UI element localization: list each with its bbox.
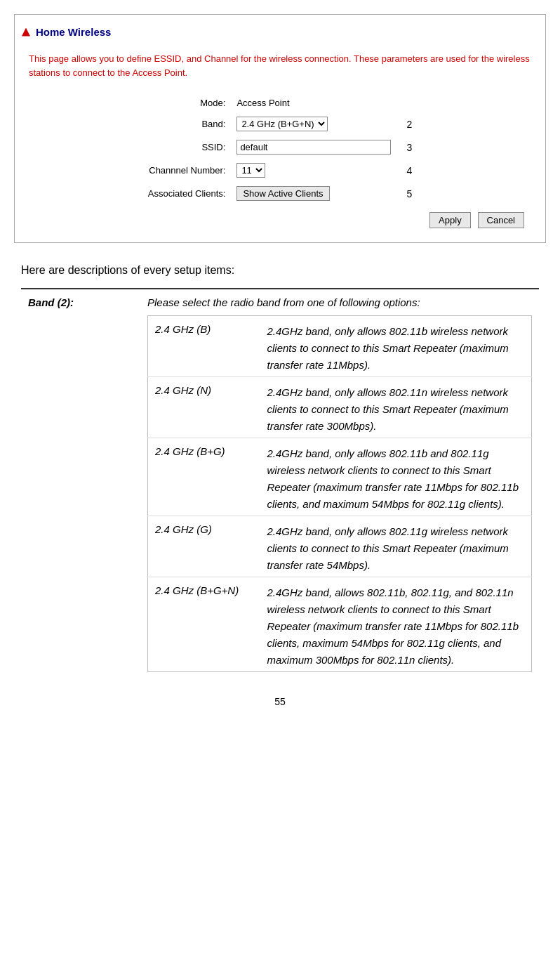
- cancel-button[interactable]: Cancel: [478, 212, 524, 228]
- option-desc: 2.4GHz band, allows 802.11b, 802.11g, an…: [260, 577, 532, 672]
- band-description-row: Band (2): Please select the radio band f…: [21, 289, 539, 675]
- band-row: Band: 2.4 GHz (B) 2.4 GHz (N) 2.4 GHz (B…: [142, 112, 418, 136]
- clients-value: Show Active Clients: [231, 182, 396, 205]
- option-name: 2.4 GHz (G): [148, 516, 260, 577]
- panel-title: Home Wireless: [15, 22, 545, 45]
- channel-step: 4: [406, 165, 412, 176]
- apply-button[interactable]: Apply: [429, 212, 471, 228]
- band-step: 2: [406, 119, 412, 130]
- clients-label: Associated Clients:: [142, 182, 232, 205]
- ssid-step: 3: [406, 142, 412, 153]
- band-select[interactable]: 2.4 GHz (B) 2.4 GHz (N) 2.4 GHz (B+G) 2.…: [236, 117, 328, 131]
- band-term-desc: Please select the radio band from one of…: [140, 289, 539, 675]
- description-section: Here are descriptions of every setup ite…: [14, 264, 546, 675]
- clients-row: Associated Clients: Show Active Clients …: [142, 182, 418, 205]
- option-desc: 2.4GHz band, only allows 802.11n wireles…: [260, 377, 532, 438]
- option-name: 2.4 GHz (N): [148, 377, 260, 438]
- band-options-table: 2.4 GHz (B)2.4GHz band, only allows 802.…: [147, 315, 532, 672]
- list-item: 2.4 GHz (B)2.4GHz band, only allows 802.…: [148, 316, 532, 377]
- option-name: 2.4 GHz (B): [148, 316, 260, 377]
- form-table: Mode: Access Point Band: 2.4 GHz (B) 2.4…: [142, 93, 418, 205]
- band-term-desc-text: Please select the radio band from one of…: [147, 296, 420, 308]
- mode-label: Mode:: [142, 93, 232, 112]
- ssid-row: SSID: 3: [142, 136, 418, 159]
- band-label: Band:: [142, 112, 232, 136]
- band-value: 2.4 GHz (B) 2.4 GHz (N) 2.4 GHz (B+G) 2.…: [231, 112, 396, 136]
- mode-row: Mode: Access Point: [142, 93, 418, 112]
- clients-step: 5: [406, 188, 412, 199]
- desc-table: Band (2): Please select the radio band f…: [21, 289, 539, 675]
- list-item: 2.4 GHz (G)2.4GHz band, only allows 802.…: [148, 516, 532, 577]
- channel-label: Channnel Number:: [142, 159, 232, 182]
- option-desc: 2.4GHz band, only allows 802.11b wireles…: [260, 316, 532, 377]
- desc-intro: Here are descriptions of every setup ite…: [21, 264, 539, 277]
- option-name: 2.4 GHz (B+G+N): [148, 577, 260, 672]
- channel-row: Channnel Number: 1234 5678 91011 1213 4: [142, 159, 418, 182]
- show-clients-button[interactable]: Show Active Clients: [236, 186, 329, 201]
- mode-text: Access Point: [236, 98, 289, 108]
- button-row: Apply Cancel: [15, 205, 545, 228]
- list-item: 2.4 GHz (N)2.4GHz band, only allows 802.…: [148, 377, 532, 438]
- list-item: 2.4 GHz (B+G+N)2.4GHz band, allows 802.1…: [148, 577, 532, 672]
- option-desc: 2.4GHz band, only allows 802.11b and 802…: [260, 438, 532, 516]
- channel-value: 1234 5678 91011 1213: [231, 159, 396, 182]
- ssid-label: SSID:: [142, 136, 232, 159]
- panel-title-icon: [22, 28, 30, 37]
- band-term: Band (2):: [21, 289, 140, 675]
- channel-select[interactable]: 1234 5678 91011 1213: [236, 163, 265, 178]
- top-panel: Home Wireless This page allows you to de…: [14, 14, 546, 243]
- option-desc: 2.4GHz band, only allows 802.11g wireles…: [260, 516, 532, 577]
- mode-value: Access Point: [231, 93, 396, 112]
- page-number: 55: [14, 696, 546, 707]
- ssid-value: [231, 136, 396, 159]
- ssid-input[interactable]: [236, 140, 391, 155]
- option-name: 2.4 GHz (B+G): [148, 438, 260, 516]
- list-item: 2.4 GHz (B+G)2.4GHz band, only allows 80…: [148, 438, 532, 516]
- panel-title-text: Home Wireless: [36, 26, 111, 38]
- panel-description: This page allows you to define ESSID, an…: [29, 52, 531, 79]
- page-wrapper: Home Wireless This page allows you to de…: [0, 0, 560, 735]
